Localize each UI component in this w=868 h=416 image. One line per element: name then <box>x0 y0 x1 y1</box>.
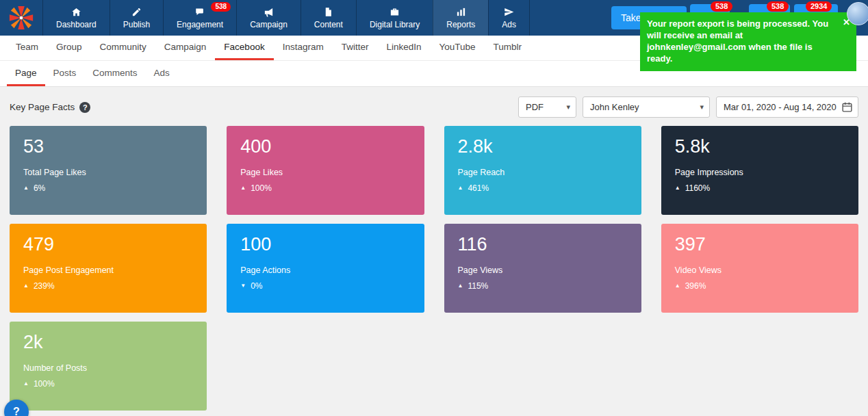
tab-team[interactable]: Team <box>7 36 47 60</box>
nav-item-engagement[interactable]: 538 Engagement <box>163 0 236 36</box>
tab-tumblr[interactable]: Tumblr <box>485 36 531 60</box>
stat-change: ▼ 0% <box>240 281 410 291</box>
chevron-down-icon: ▾ <box>566 103 570 112</box>
tab-ads[interactable]: Ads <box>146 61 178 86</box>
stat-label: Number of Posts <box>23 363 193 373</box>
stat-label: Page Views <box>458 265 628 275</box>
megaphone-icon <box>264 7 274 17</box>
notification-badge: 2934 <box>806 1 832 12</box>
trend-arrow-icon: ▲ <box>458 283 463 289</box>
stat-change-value: 239% <box>34 281 55 291</box>
stat-value: 100 <box>240 235 410 255</box>
user-select-value: John Kenley <box>590 102 639 112</box>
nav-label: Campaign <box>250 20 288 29</box>
nav-item-ads[interactable]: Ads <box>488 0 530 36</box>
nav-item-content[interactable]: Content <box>301 0 356 36</box>
date-range-input[interactable]: Mar 01, 2020 - Aug 14, 2020 <box>716 96 858 118</box>
pencil-icon <box>131 7 142 17</box>
tab-twitter[interactable]: Twitter <box>333 36 378 60</box>
stat-card-number-of-posts: 2k Number of Posts ▲ 100% <box>10 322 207 411</box>
stat-label: Page Likes <box>240 168 410 177</box>
nav-item-reports[interactable]: Reports <box>433 0 488 36</box>
bar-chart-icon <box>456 7 466 17</box>
page-title: Key Page Facts <box>10 102 75 112</box>
notification-badge: 538 <box>711 1 732 12</box>
stats-card-grid: 53 Total Page Likes ▲ 6% 400 Page Likes … <box>10 126 858 411</box>
stat-change-value: 396% <box>685 281 706 291</box>
nav-item-dashboard[interactable]: Dashboard <box>42 0 110 36</box>
tab-group[interactable]: Group <box>47 36 91 60</box>
stat-card-page-views: 116 Page Views ▲ 115% <box>444 224 641 313</box>
main-nav: Dashboard Publish 538 Engagement Campaig… <box>42 0 530 36</box>
app-logo[interactable] <box>0 0 42 36</box>
stat-card-page-impressions: 5.8k Page Impressions ▲ 1160% <box>661 126 858 215</box>
stat-change: ▲ 100% <box>240 183 410 193</box>
nav-item-publish[interactable]: Publish <box>110 0 163 36</box>
help-icon[interactable]: ? <box>79 102 90 113</box>
section-title-wrap: Key Page Facts ? <box>10 102 90 113</box>
tab-youtube[interactable]: YouTube <box>431 36 485 60</box>
tab-comments[interactable]: Comments <box>84 61 145 86</box>
main-content: Key Page Facts ? PDF ▾ John Kenley ▾ Mar… <box>0 87 868 416</box>
trend-arrow-icon: ▼ <box>240 283 246 289</box>
comments-icon <box>195 7 205 17</box>
home-icon <box>71 7 81 17</box>
stat-label: Page Impressions <box>675 168 845 177</box>
nav-label: Publish <box>123 20 150 29</box>
stat-change-value: 0% <box>251 281 262 291</box>
stat-label: Video Views <box>675 265 845 275</box>
stat-change: ▲ 100% <box>23 379 193 389</box>
trend-arrow-icon: ▲ <box>23 283 29 289</box>
stat-change-value: 6% <box>34 183 45 193</box>
stat-card-page-post-engagement: 479 Page Post Engagement ▲ 239% <box>10 224 207 313</box>
nav-label: Dashboard <box>56 20 97 29</box>
stat-card-page-actions: 100 Page Actions ▼ 0% <box>227 224 424 313</box>
stat-change: ▲ 461% <box>458 183 628 193</box>
user-avatar[interactable] <box>847 2 868 25</box>
file-icon <box>323 7 333 17</box>
logo-star-icon <box>8 5 34 31</box>
trend-arrow-icon: ▲ <box>458 185 463 191</box>
nav-item-digital-library[interactable]: Digital Library <box>356 0 433 36</box>
chevron-down-icon: ▾ <box>700 103 704 112</box>
nav-label: Reports <box>446 20 475 29</box>
trend-arrow-icon: ▲ <box>675 185 680 191</box>
stat-card-video-views: 397 Video Views ▲ 396% <box>661 224 858 313</box>
stat-value: 397 <box>675 235 845 255</box>
tab-campaign[interactable]: Campaign <box>155 36 216 60</box>
stat-change: ▲ 239% <box>23 281 193 291</box>
toast-notification: Your report export is being processed. Y… <box>640 12 856 71</box>
notification-badge: 538 <box>767 1 789 12</box>
stat-label: Page Post Engagement <box>23 265 193 275</box>
stat-label: Page Reach <box>458 168 628 177</box>
controls-row: Key Page Facts ? PDF ▾ John Kenley ▾ Mar… <box>10 96 858 118</box>
stat-value: 400 <box>240 137 410 157</box>
paper-plane-icon <box>504 7 514 17</box>
tab-facebook[interactable]: Facebook <box>215 36 273 60</box>
nav-label: Content <box>314 20 343 29</box>
user-select[interactable]: John Kenley ▾ <box>583 96 710 118</box>
engagement-count-badge: 538 <box>211 2 231 12</box>
tab-posts[interactable]: Posts <box>45 61 85 86</box>
stat-card-page-likes: 400 Page Likes ▲ 100% <box>227 126 424 215</box>
tab-linkedin[interactable]: LinkedIn <box>377 36 430 60</box>
nav-label: Engagement <box>177 20 223 29</box>
stat-value: 2k <box>23 333 193 353</box>
stat-change-value: 1160% <box>685 183 710 193</box>
report-controls: PDF ▾ John Kenley ▾ Mar 01, 2020 - Aug 1… <box>518 96 858 118</box>
tab-page[interactable]: Page <box>7 61 45 86</box>
tab-community[interactable]: Community <box>91 36 155 60</box>
stat-value: 116 <box>458 235 628 255</box>
nav-item-campaign[interactable]: Campaign <box>236 0 301 36</box>
date-range-value: Mar 01, 2020 - Aug 14, 2020 <box>724 102 837 112</box>
tab-instagram[interactable]: Instagram <box>274 36 333 60</box>
trend-arrow-icon: ▲ <box>23 381 29 387</box>
toast-message: Your report export is being processed. Y… <box>647 18 828 64</box>
trend-arrow-icon: ▲ <box>240 185 246 191</box>
trend-arrow-icon: ▲ <box>23 185 29 191</box>
stat-card-page-reach: 2.8k Page Reach ▲ 461% <box>444 126 641 215</box>
format-select[interactable]: PDF ▾ <box>518 96 576 118</box>
stat-change-value: 100% <box>34 379 55 389</box>
nav-label: Ads <box>502 20 516 29</box>
stat-change: ▲ 396% <box>675 281 845 291</box>
